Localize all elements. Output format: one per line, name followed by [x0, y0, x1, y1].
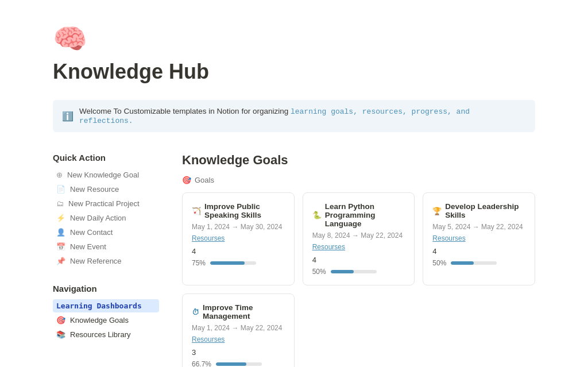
progress-row: 50% — [432, 259, 525, 267]
nav-item-knowledge-goals[interactable]: 🎯 Knowledge Goals — [53, 314, 159, 327]
card-date: May 1, 2024 → May 22, 2024 — [192, 324, 285, 332]
card-count: 4 — [312, 256, 405, 264]
resources-nav-icon: 📚 — [56, 330, 65, 339]
cards-grid: 🏹 Improve Public Speaking Skills May 1, … — [182, 192, 535, 285]
info-banner: ℹ️ Welcome To Customizable templates in … — [53, 100, 535, 132]
progress-fill — [210, 261, 245, 265]
sidebar-item[interactable]: 📌 New Reference — [53, 254, 159, 268]
goals-icon: 🎯 — [182, 176, 191, 184]
card-date: May 1, 2024 → May 30, 2024 — [192, 223, 285, 231]
goals-label: 🎯 Goals — [182, 176, 535, 184]
navigation-section: Navigation Learning Dashboards 🎯 Knowled… — [53, 284, 159, 341]
knowledge-goal-icon: ⊕ — [56, 171, 63, 179]
progress-bar — [331, 270, 377, 273]
project-icon: 🗂 — [56, 199, 64, 208]
goal-card-1: 🏹 Improve Public Speaking Skills May 1, … — [182, 192, 295, 285]
card-date: May 5, 2024 → May 22, 2024 — [432, 223, 525, 231]
info-icon: ℹ️ — [62, 111, 74, 122]
nav-item-label: Resources Library — [70, 330, 131, 339]
empty-slot — [303, 293, 415, 367]
progress-row: 75% — [192, 259, 285, 267]
empty-slot — [423, 293, 535, 367]
card-link[interactable]: Resourses — [192, 335, 285, 343]
contact-icon: 👤 — [56, 228, 65, 237]
nav-item-label: Learning Dashboards — [56, 302, 142, 310]
card-title: ⏱ Improve Time Management — [192, 303, 285, 320]
card-link[interactable]: Resourses — [432, 234, 525, 242]
card-title: 🐍 Learn Python Programming Language — [312, 202, 405, 228]
action-icon: ⚡ — [56, 214, 65, 222]
card-count: 4 — [192, 247, 285, 256]
card-link[interactable]: Resourses — [312, 243, 405, 251]
content-area: Knowledge Goals 🎯 Goals 🏹 Improve Public… — [182, 153, 535, 367]
card-date: May 8, 2024 → May 22, 2024 — [312, 231, 405, 239]
card-icon: ⏱ — [192, 308, 199, 316]
goal-card-2: 🐍 Learn Python Programming Language May … — [303, 192, 415, 285]
nav-item-label: Knowledge Goals — [70, 316, 129, 324]
progress-bar — [210, 261, 256, 265]
card-icon: 🏆 — [432, 207, 442, 215]
goal-card-3: 🏆 Develop Leadership Skills May 5, 2024 … — [423, 192, 535, 285]
sidebar-item[interactable]: ⊕ New Knowledge Goal — [53, 168, 159, 181]
section-title: Knowledge Goals — [182, 153, 535, 168]
progress-fill — [451, 261, 474, 265]
sidebar-item-label: New Contact — [70, 228, 113, 237]
quick-action-title: Quick Action — [53, 153, 159, 163]
sidebar: Quick Action ⊕ New Knowledge Goal 📄 New … — [53, 153, 159, 367]
sidebar-item-label: New Knowledge Goal — [67, 171, 139, 179]
sidebar-item-label: New Reference — [70, 257, 122, 265]
header-icon: 🧠 — [53, 23, 535, 55]
card-title: 🏹 Improve Public Speaking Skills — [192, 202, 285, 219]
nav-item-resources-library[interactable]: 📚 Resources Library — [53, 328, 159, 341]
progress-bar — [216, 362, 262, 366]
progress-bar — [451, 261, 497, 265]
sidebar-item[interactable]: 👤 New Contact — [53, 226, 159, 239]
reference-icon: 📌 — [56, 257, 65, 265]
progress-fill — [331, 270, 354, 273]
progress-fill — [216, 362, 246, 366]
card-icon: 🏹 — [192, 207, 201, 215]
sidebar-item-label: New Practical Project — [68, 199, 140, 208]
progress-row: 66.7% — [192, 360, 285, 367]
progress-label: 50% — [312, 268, 326, 276]
progress-label: 75% — [192, 259, 206, 267]
card-title: 🏆 Develop Leadership Skills — [432, 202, 525, 219]
sidebar-item[interactable]: 📅 New Event — [53, 240, 159, 253]
sidebar-item[interactable]: 🗂 New Practical Project — [53, 197, 159, 210]
sidebar-item[interactable]: ⚡ New Daily Action — [53, 211, 159, 225]
resource-icon: 📄 — [56, 185, 65, 194]
goals-nav-icon: 🎯 — [56, 316, 65, 324]
progress-label: 50% — [432, 259, 446, 267]
page-title: Knowledge Hub — [53, 60, 535, 84]
progress-row: 50% — [312, 268, 405, 276]
event-icon: 📅 — [56, 242, 65, 251]
info-banner-text: Welcome To Customizable templates in Not… — [79, 107, 526, 125]
card-count: 3 — [192, 348, 285, 357]
navigation-title: Navigation — [53, 284, 159, 293]
progress-label: 66.7% — [192, 360, 211, 367]
sidebar-item-label: New Event — [70, 242, 106, 251]
sidebar-item-label: New Resource — [70, 185, 119, 194]
card-icon: 🐍 — [312, 211, 322, 219]
card-count: 4 — [432, 247, 525, 256]
card-single-row: ⏱ Improve Time Management May 1, 2024 → … — [182, 293, 535, 367]
sidebar-item-label: New Daily Action — [70, 214, 126, 222]
nav-item-learning-dashboards[interactable]: Learning Dashboards — [53, 299, 159, 312]
goal-card-4: ⏱ Improve Time Management May 1, 2024 → … — [182, 293, 295, 367]
card-link[interactable]: Resourses — [192, 234, 285, 242]
sidebar-item[interactable]: 📄 New Resource — [53, 183, 159, 196]
